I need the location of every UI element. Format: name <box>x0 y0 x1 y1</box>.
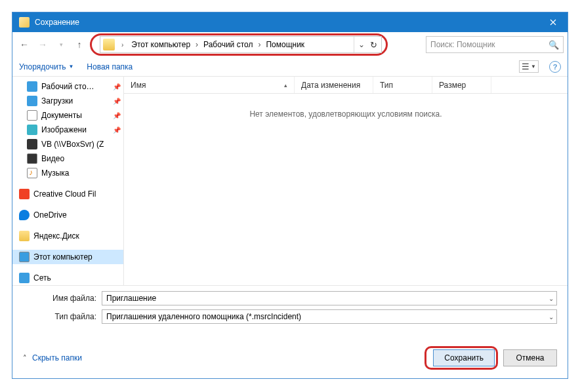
app-icon <box>19 17 30 28</box>
desktop-icon <box>27 81 37 92</box>
creative-cloud-icon <box>19 189 30 199</box>
pc-icon <box>103 39 115 50</box>
file-list: Имя▴ Дата изменения Тип Размер Нет элеме… <box>124 77 568 285</box>
tree-item[interactable]: OneDrive <box>12 208 123 222</box>
tree-item[interactable]: Изображени📌 <box>12 123 123 137</box>
breadcrumb-seg[interactable]: Помощник <box>262 40 306 49</box>
main-area: Рабочий сто…📌 Загрузки📌 Документы📌 Изобр… <box>12 77 568 285</box>
sort-icon: ▴ <box>284 82 287 88</box>
breadcrumb-highlight: › Этот компьютер› Рабочий стол› Помощник… <box>90 33 388 56</box>
search-icon: 🔍 <box>549 40 559 50</box>
chevron-down-icon: ▼ <box>531 64 536 69</box>
toolbar: Упорядочить ▼ Новая папка ☰ ▼ ? <box>12 57 568 77</box>
organize-menu[interactable]: Упорядочить ▼ <box>19 62 73 71</box>
action-row: ˄ Скрыть папки Сохранить Отмена <box>12 336 568 375</box>
nav-row: ← → ▾ ↑ › Этот компьютер› Рабочий стол› … <box>12 32 568 57</box>
search-placeholder: Поиск: Помощник <box>430 40 495 49</box>
breadcrumb-seg[interactable]: Рабочий стол <box>199 40 254 49</box>
video-icon <box>27 153 37 164</box>
refresh-icon[interactable]: ↻ <box>370 40 377 50</box>
filetype-label: Тип файла: <box>23 312 102 321</box>
chevron-right-icon: › <box>192 40 199 49</box>
tree-item[interactable]: VB (\\VBoxSvr) (Z <box>12 137 123 151</box>
chevron-up-icon: ˄ <box>23 354 27 363</box>
col-date[interactable]: Дата изменения <box>295 77 373 93</box>
col-name[interactable]: Имя▴ <box>124 77 295 93</box>
close-icon <box>550 19 556 26</box>
tree-item[interactable]: Яндекс.Диск <box>12 229 123 243</box>
pin-icon: 📌 <box>113 112 121 119</box>
col-size[interactable]: Размер <box>432 77 491 93</box>
filetype-select[interactable]: Приглашения удаленного помощника (*.msrc… <box>102 309 557 324</box>
documents-icon <box>27 110 37 121</box>
chevron-down-icon[interactable]: ⌄ <box>549 313 554 321</box>
titlebar: Сохранение <box>12 12 568 32</box>
window-title: Сохранение <box>35 18 538 27</box>
help-button[interactable]: ? <box>549 61 561 73</box>
music-icon <box>27 168 37 178</box>
tree-item[interactable]: Рабочий сто…📌 <box>12 79 123 94</box>
list-icon: ☰ <box>522 62 529 71</box>
drive-icon <box>27 139 37 149</box>
bottom-panel: Имя файла: Приглашение ⌄ Тип файла: Приг… <box>12 285 568 336</box>
save-dialog: Сохранение ← → ▾ ↑ › Этот компьютер› Раб… <box>12 12 568 379</box>
chevron-right-icon: › <box>117 41 127 49</box>
network-icon <box>19 273 30 283</box>
new-folder-button[interactable]: Новая папка <box>87 62 133 71</box>
col-type[interactable]: Тип <box>373 77 432 93</box>
tree-item-network[interactable]: Сеть <box>12 271 123 285</box>
tree-item[interactable]: Музыка <box>12 166 123 180</box>
tree-item[interactable]: Видео <box>12 151 123 166</box>
close-button[interactable] <box>538 12 568 32</box>
cancel-button[interactable]: Отмена <box>503 349 557 366</box>
chevron-down-icon: ▼ <box>68 64 73 69</box>
breadcrumb-seg[interactable]: Этот компьютер <box>127 40 192 49</box>
pin-icon: 📌 <box>113 83 121 90</box>
images-icon <box>27 125 37 135</box>
recent-dropdown[interactable]: ▾ <box>53 37 69 52</box>
up-button[interactable]: ↑ <box>72 37 87 52</box>
chevron-down-icon[interactable]: ⌄ <box>549 295 554 302</box>
chevron-right-icon: › <box>254 40 262 49</box>
pc-icon <box>19 252 30 262</box>
folder-tree[interactable]: Рабочий сто…📌 Загрузки📌 Документы📌 Изобр… <box>12 77 124 285</box>
pin-icon: 📌 <box>113 98 121 105</box>
hide-folders-toggle[interactable]: ˄ Скрыть папки <box>23 353 82 363</box>
tree-item-this-pc[interactable]: Этот компьютер <box>12 250 123 264</box>
back-button[interactable]: ← <box>16 37 32 52</box>
search-input[interactable]: Поиск: Помощник 🔍 <box>426 36 564 53</box>
save-button-highlight: Сохранить <box>425 346 498 370</box>
chevron-down-icon[interactable]: ⌄ <box>358 40 365 49</box>
tree-item[interactable]: Загрузки📌 <box>12 94 123 108</box>
column-headers[interactable]: Имя▴ Дата изменения Тип Размер <box>124 77 568 94</box>
tree-item[interactable]: Документы📌 <box>12 108 123 123</box>
view-mode-button[interactable]: ☰ ▼ <box>519 60 539 73</box>
downloads-icon <box>27 96 37 106</box>
filename-label: Имя файла: <box>23 294 102 303</box>
filename-input[interactable]: Приглашение ⌄ <box>102 291 557 305</box>
onedrive-icon <box>19 210 30 220</box>
folder-icon <box>19 231 30 241</box>
forward-button[interactable]: → <box>35 37 51 52</box>
empty-message: Нет элементов, удовлетворяющих условиям … <box>124 109 568 119</box>
save-button[interactable]: Сохранить <box>433 349 495 366</box>
tree-item[interactable]: Creative Cloud Fil <box>12 187 123 201</box>
pin-icon: 📌 <box>113 127 121 134</box>
breadcrumb[interactable]: › Этот компьютер› Рабочий стол› Помощник… <box>100 36 382 53</box>
